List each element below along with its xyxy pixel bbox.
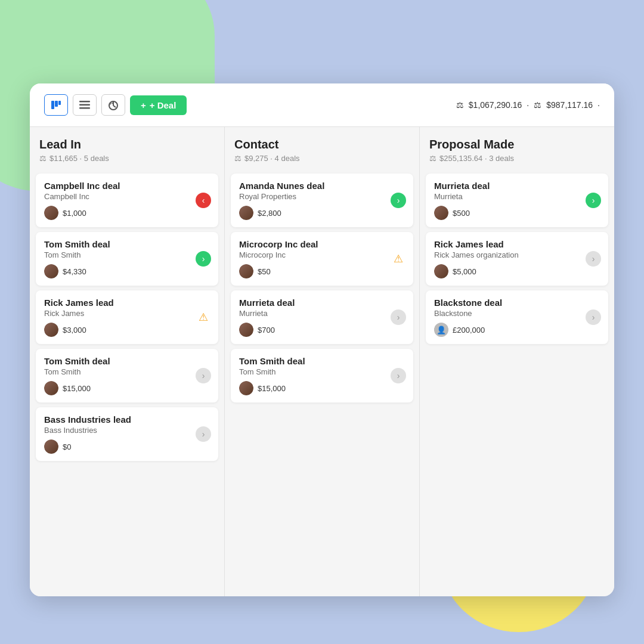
deal-title: Murrieta deal — [434, 181, 600, 191]
column-contact: Contact ⚖ $9,275 · 4 deals Amanda Nunes … — [225, 127, 420, 596]
deal-title: Tom Smith deal — [239, 356, 405, 366]
deal-org: Rick James — [44, 309, 210, 318]
avatar — [239, 381, 253, 395]
avatar — [434, 206, 448, 220]
add-deal-button[interactable]: + + Deal — [130, 95, 187, 115]
deal-card[interactable]: Microcorp Inc deal Microcorp Inc $50 ⚠ — [231, 232, 413, 286]
column-proposal-made-header: Proposal Made ⚖ $255,135.64 · 3 deals — [420, 127, 614, 169]
list-view-button[interactable] — [73, 94, 97, 116]
deal-bottom: $3,000 — [44, 323, 210, 337]
deal-bottom: $2,800 — [239, 206, 405, 220]
deal-org: Murrieta — [434, 192, 600, 201]
deal-bottom: $0 — [44, 439, 210, 454]
column-lead-in: Lead In ⚖ $11,665 · 5 deals Campbell Inc… — [30, 127, 225, 596]
deal-org: Tom Smith — [239, 367, 405, 376]
deal-card[interactable]: Murrieta deal Murrieta $500 › — [426, 174, 608, 227]
deal-amount: $0 — [63, 442, 71, 451]
deal-amount: $5,000 — [453, 267, 476, 276]
column-lead-in-cards: Campbell Inc deal Campbell Inc $1,000 ‹ … — [30, 169, 224, 596]
deal-card[interactable]: Tom Smith deal Tom Smith $4,330 › — [36, 232, 218, 286]
deal-card[interactable]: Murrieta deal Murrieta $700 › — [231, 290, 413, 344]
kanban-view-button[interactable] — [44, 94, 68, 116]
deal-title: Murrieta deal — [239, 298, 405, 308]
avatar — [44, 264, 58, 278]
status-icon: › — [586, 193, 601, 208]
deal-title: Rick James lead — [434, 239, 600, 249]
status-icon: › — [586, 251, 601, 267]
deal-title: Blackstone deal — [434, 298, 600, 308]
deal-amount: £200,000 — [453, 326, 485, 335]
deal-bottom: $5,000 — [434, 264, 600, 278]
avatar — [239, 264, 253, 278]
deal-card[interactable]: Rick James lead Rick James $3,000 ⚠ — [36, 290, 218, 344]
status-icon: › — [391, 368, 406, 383]
deal-bottom: $700 — [239, 323, 405, 337]
deal-bottom: $1,000 — [44, 206, 210, 220]
deal-org: Tom Smith — [44, 250, 210, 259]
status-icon: › — [391, 309, 406, 325]
scale-icon: ⚖ — [429, 154, 436, 163]
add-icon: + — [141, 100, 146, 110]
deal-org: Murrieta — [239, 309, 405, 318]
column-proposal-made-title: Proposal Made — [429, 138, 605, 151]
deal-amount: $3,000 — [63, 326, 86, 335]
column-proposal-made-cards: Murrieta deal Murrieta $500 › Rick James… — [420, 169, 614, 596]
deal-card[interactable]: Campbell Inc deal Campbell Inc $1,000 ‹ — [36, 174, 218, 227]
deal-amount: $15,000 — [258, 384, 286, 393]
deal-bottom: $50 — [239, 264, 405, 278]
scale-icon-2: ⚖ — [534, 100, 541, 110]
deal-title: Amanda Nunes deal — [239, 181, 405, 191]
column-contact-cards: Amanda Nunes deal Royal Properties $2,80… — [225, 169, 419, 596]
deal-bottom: $15,000 — [239, 381, 405, 395]
deal-card[interactable]: Rick James lead Rick James organization … — [426, 232, 608, 286]
status-icon: ‹ — [196, 193, 211, 208]
deal-title: Tom Smith deal — [44, 356, 210, 366]
column-contact-header: Contact ⚖ $9,275 · 4 deals — [225, 127, 419, 169]
deal-org: Blackstone — [434, 309, 600, 318]
deal-title: Campbell Inc deal — [44, 181, 210, 191]
deal-bottom: $500 — [434, 206, 600, 220]
toolbar-stats: ⚖ $1,067,290.16 · ⚖ $987,117.16 · — [456, 100, 600, 110]
column-lead-in-title: Lead In — [39, 138, 215, 151]
deal-card[interactable]: Tom Smith deal Tom Smith $15,000 › — [36, 349, 218, 402]
scale-icon: ⚖ — [234, 154, 242, 163]
deal-card[interactable]: Tom Smith deal Tom Smith $15,000 › — [231, 349, 413, 402]
status-icon: › — [391, 193, 406, 208]
column-contact-title: Contact — [234, 138, 410, 151]
deal-amount: $50 — [258, 267, 271, 276]
total-value: $1,067,290.16 — [469, 100, 522, 110]
weighted-value: $987,117.16 — [546, 100, 593, 110]
deal-org: Bass Industries — [44, 426, 210, 435]
avatar — [239, 323, 253, 337]
deal-card[interactable]: Amanda Nunes deal Royal Properties $2,80… — [231, 174, 413, 227]
status-icon: › — [196, 426, 211, 442]
warning-icon: ⚠ — [391, 251, 406, 267]
deal-title: Rick James lead — [44, 298, 210, 308]
person-icon: 👤 — [434, 323, 448, 337]
deal-amount: $700 — [258, 326, 275, 335]
svg-rect-1 — [55, 101, 58, 107]
avatar: 👤 — [434, 323, 448, 337]
deal-amount: $15,000 — [63, 384, 91, 393]
deal-card[interactable]: Bass Industries lead Bass Industries $0 … — [36, 407, 218, 461]
forecast-view-button[interactable] — [101, 94, 125, 116]
deal-bottom: $4,330 — [44, 264, 210, 278]
deal-org: Rick James organization — [434, 250, 600, 259]
status-icon: › — [196, 251, 211, 267]
deal-card[interactable]: Blackstone deal Blackstone 👤 £200,000 › — [426, 290, 608, 344]
column-proposal-made: Proposal Made ⚖ $255,135.64 · 3 deals Mu… — [420, 127, 614, 596]
deal-amount: $4,330 — [63, 267, 86, 276]
toolbar: + + Deal ⚖ $1,067,290.16 · ⚖ $987,117.16… — [30, 83, 614, 127]
deal-org: Tom Smith — [44, 367, 210, 376]
deal-org: Royal Properties — [239, 192, 405, 201]
avatar — [44, 323, 58, 337]
scale-icon: ⚖ — [39, 154, 47, 163]
avatar — [44, 206, 58, 220]
status-icon: › — [586, 309, 601, 325]
svg-rect-3 — [79, 101, 90, 103]
add-deal-label: + Deal — [150, 100, 177, 110]
status-icon: › — [196, 368, 211, 383]
deal-title: Microcorp Inc deal — [239, 239, 405, 249]
svg-rect-5 — [79, 107, 90, 109]
main-card: + + Deal ⚖ $1,067,290.16 · ⚖ $987,117.16… — [30, 83, 614, 596]
